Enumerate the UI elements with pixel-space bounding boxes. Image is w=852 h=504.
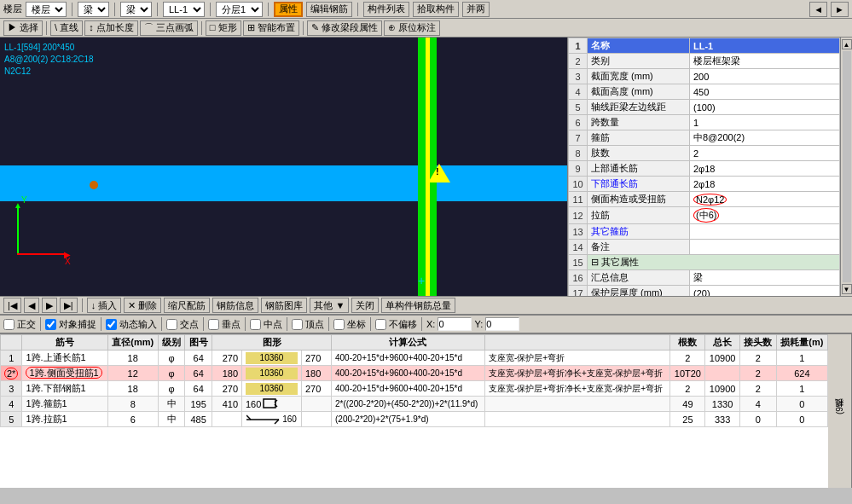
layer-dropdown[interactable]: 分层1 [216,2,263,17]
scroll-up-btn[interactable]: ▲ [842,39,852,49]
floor-dropdown[interactable]: 楼层 [26,2,67,17]
row1-grade[interactable]: φ [158,350,185,366]
th-grade[interactable]: 级别 [158,335,185,350]
row3-diam[interactable]: 18 [107,381,158,397]
last-btn[interactable]: ▶| [60,298,78,313]
data-table-container[interactable]: 筋号 直径(mm) 级别 图号 图形 计算公式 根数 总长 接头数 损耗量(m)… [0,334,828,488]
row4-grade[interactable]: 中 [158,397,185,412]
th-formula[interactable]: 计算公式 [332,335,485,350]
th-splice[interactable] [484,335,670,350]
th-totlen[interactable]: 总长 [705,335,739,350]
row1-name[interactable]: 1跨.上通长筋1 [22,350,107,366]
props-val-12[interactable]: (中6) [690,207,840,224]
scale-rebar-btn[interactable]: 缩尺配筋 [164,298,210,313]
row5-diam[interactable]: 6 [107,412,158,427]
intersection-cb[interactable] [166,319,177,330]
element-dropdown[interactable]: 梁 [120,2,152,17]
beam-handle[interactable] [90,181,98,189]
select-btn[interactable]: ▶ 选择 [3,20,43,36]
row1-count[interactable]: 2 [670,350,705,366]
delete-row-btn[interactable]: ✕ 删除 [124,298,161,313]
props-val-4[interactable]: 450 [690,84,840,100]
props-val-6[interactable]: 1 [690,115,840,130]
th-shape[interactable]: 图形 [212,335,332,350]
dynamic-cb[interactable] [106,319,117,330]
next-btn[interactable]: ▶ [42,298,57,313]
props-val-9[interactable]: 2φ18 [690,161,840,177]
merge-btn[interactable]: 并两 [462,2,490,17]
th-count[interactable]: 根数 [670,335,705,350]
row4-name[interactable]: 1跨.箍筋1 [22,397,107,412]
row2-diam[interactable]: 12 [107,366,158,381]
props-val-5[interactable]: (100) [690,100,840,115]
row2-fignum[interactable]: 64 [185,366,212,381]
row4-fignum[interactable]: 195 [185,397,212,412]
property-btn[interactable]: 属性 [274,2,303,17]
other-btn[interactable]: 其他 ▼ [310,298,349,313]
row5-count[interactable]: 25 [670,412,705,427]
prev-btn[interactable]: ◀ [24,298,39,313]
component-list-btn[interactable]: 构件列表 [363,2,409,17]
original-mark-btn[interactable]: ⊕ 原位标注 [384,20,440,36]
coord-cb[interactable] [333,319,345,330]
props-val-13[interactable] [690,224,840,240]
rebar-info-btn[interactable]: 钢筋信息 [212,298,258,313]
scroll-thumb[interactable] [843,51,851,282]
element-type-dropdown[interactable]: 梁 [78,2,109,17]
close-btn[interactable]: 关闭 [351,298,379,313]
modify-beam-btn[interactable]: ✎ 修改梁段属性 [307,20,382,36]
perp-cb[interactable] [208,319,219,330]
props-val-8[interactable]: 2 [690,146,840,161]
edit-rebar-btn[interactable]: 编辑钢筋 [306,2,352,17]
row1-fignum[interactable]: 64 [185,350,212,366]
th-fignum[interactable]: 图号 [185,335,212,350]
props-val-11[interactable]: N2φ12 [690,192,840,207]
three-point-btn[interactable]: ⌒ 三点画弧 [140,20,198,36]
smart-place-btn[interactable]: ⊞ 智能布置 [243,20,299,36]
vertex-cb[interactable] [292,319,303,330]
row5-name[interactable]: 1跨.拉筋1 [22,412,107,427]
y-coord-input[interactable] [485,317,519,331]
props-val-2[interactable]: 楼层框架梁 [690,54,840,69]
add-length-btn[interactable]: ↕ 点加长度 [84,20,138,36]
row5-fignum[interactable]: 485 [185,412,212,427]
row1-diam[interactable]: 18 [107,350,158,366]
first-btn[interactable]: |◀ [3,298,21,313]
row3-count[interactable]: 2 [670,381,705,397]
row4-diam[interactable]: 8 [107,397,158,412]
noshift-cb[interactable] [375,319,386,330]
ll-dropdown[interactable]: LL-1 [163,2,205,17]
th-loss[interactable]: 损耗量(m) [776,335,827,350]
scroll-left-btn[interactable]: ◄ [809,2,827,17]
row4-count[interactable]: 49 [670,397,705,412]
canvas-area[interactable]: ! LL-1[594] 200*450 A8@200(2) 2C18:2C18 … [0,38,567,296]
row2-grade[interactable]: φ [158,366,185,381]
scroll-down-btn[interactable]: ▼ [842,284,852,294]
props-val-7[interactable]: 中8@200(2) [690,130,840,146]
props-val-14[interactable] [690,240,840,255]
row3-grade[interactable]: φ [158,381,185,397]
th-name[interactable]: 筋号 [22,335,107,350]
pick-component-btn[interactable]: 拾取构件 [413,2,459,17]
total-btn[interactable]: 单构件钢筋总量 [381,298,455,313]
props-val-10[interactable]: 2φ18 [690,177,840,192]
snap-cb[interactable] [45,319,56,330]
row2-count[interactable]: 10T20 [670,366,705,381]
props-val-17[interactable]: (20) [690,286,840,297]
rebar-library-btn[interactable]: 钢筋图库 [261,298,307,313]
props-val-3[interactable]: 200 [690,69,840,84]
insert-row-btn[interactable]: ↓ 插入 [87,298,122,313]
row3-fignum[interactable]: 64 [185,381,212,397]
midpoint-cb[interactable] [250,319,261,330]
x-coord-input[interactable] [438,317,472,331]
th-diam[interactable]: 直径(mm) [107,335,158,350]
row5-grade[interactable]: 中 [158,412,185,427]
row3-name[interactable]: 1跨.下部钢筋1 [22,381,107,397]
props-val-16[interactable]: 梁 [690,270,840,286]
rect-btn[interactable]: □ 矩形 [206,20,241,36]
scroll-right-btn[interactable]: ► [831,2,849,17]
th-joints[interactable]: 接头数 [739,335,776,350]
line-btn[interactable]: \ 直线 [50,20,83,36]
row2-name[interactable]: 1跨.侧面受扭筋1 [22,366,107,381]
ortho-cb[interactable] [3,319,14,330]
